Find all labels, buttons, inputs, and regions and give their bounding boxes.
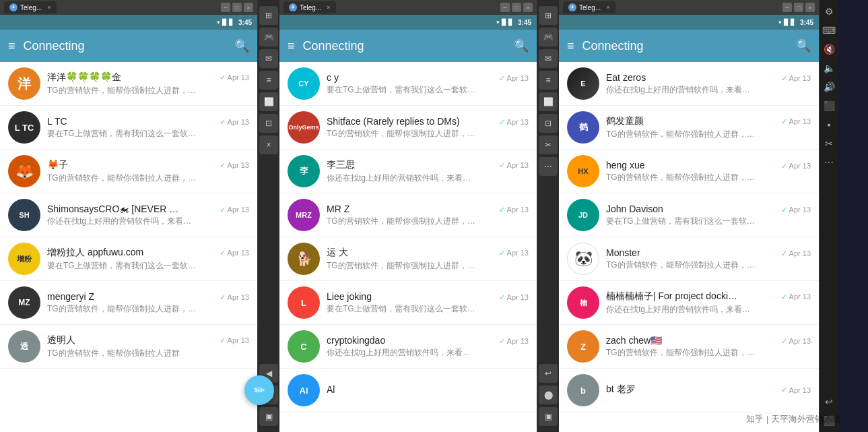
browser-maximize-2[interactable]: □	[512, 3, 521, 12]
chat-content-2-4: MR Z ✓ Apr 13 TG的营销软件，能帮你强制拉人进群，…	[327, 204, 529, 227]
right-btn-box2[interactable]: ▪	[820, 116, 838, 133]
browser-tab-label-1: Teleg...	[20, 4, 42, 11]
chat-item-3-8[interactable]: b bt 老罗 ✓ Apr 13	[559, 369, 819, 412]
toolbar-btn-grid-2[interactable]: ⊞	[539, 6, 558, 25]
tab-close-2[interactable]: ×	[327, 4, 330, 11]
toolbar-btn-dots-2[interactable]: ⋯	[539, 157, 558, 176]
chat-date-3-1: Apr 13	[789, 74, 811, 82]
check-icon-3-1: ✓	[781, 74, 787, 83]
chat-item-1-4[interactable]: SH ShimonsaysCRO🏍 [NEVER D... ✓ Apr 13 你…	[0, 193, 257, 237]
chat-name-1-3: 🦊子	[47, 159, 68, 171]
toolbar-btn-game[interactable]: 🎮	[259, 28, 278, 47]
toolbar-btn-recent-2[interactable]: ▣	[539, 407, 558, 426]
chat-item-1-1[interactable]: 洋 洋洋🍀🍀🍀🍀金 ✓ Apr 13 TG的营销软件，能帮你强制拉人进群，…	[0, 62, 257, 106]
right-btn-scissor[interactable]: ✂	[820, 135, 838, 152]
toolbar-btn-square[interactable]: ⬜	[259, 92, 278, 111]
chat-item-2-1[interactable]: CY c y ✓ Apr 13 要在TG上做营销，需有我们这么一套软…	[279, 62, 537, 106]
check-icon-2-7: ✓	[499, 337, 505, 346]
right-btn-vol-high[interactable]: 🔊	[820, 78, 838, 96]
tg-header-1: ≡ Connecting 🔍	[0, 30, 257, 62]
check-icon-2-1: ✓	[499, 74, 505, 83]
browser-tab-1[interactable]: ✈ Teleg... ×	[4, 1, 57, 13]
chat-list-2: CY c y ✓ Apr 13 要在TG上做营销，需有我们这么一套软…	[279, 62, 537, 432]
menu-icon-3[interactable]: ≡	[567, 39, 574, 53]
toolbar-btn-scissor-2[interactable]: ✂	[539, 135, 558, 154]
check-icon-2-6: ✓	[499, 293, 505, 302]
chat-item-1-6[interactable]: MZ mengeryi Z ✓ Apr 13 TG的营销软件，能帮你强制拉人进群…	[0, 281, 257, 325]
toolbar-btn-mail[interactable]: ✉	[259, 49, 278, 68]
chat-item-2-4[interactable]: MRZ MR Z ✓ Apr 13 TG的营销软件，能帮你强制拉人进群，…	[279, 193, 537, 237]
right-btn-vol-low[interactable]: 🔈	[820, 59, 838, 77]
toolbar-btn-menu-2[interactable]: ≡	[539, 71, 558, 90]
toolbar-btn-grid[interactable]: ⊞	[259, 6, 278, 25]
toolbar-btn-apps-2[interactable]: ⊡	[539, 114, 558, 133]
tab-close-1[interactable]: ×	[47, 4, 51, 11]
chat-date-3-7: Apr 13	[789, 337, 811, 345]
browser-minimize-2[interactable]: ─	[500, 3, 510, 12]
search-icon-2[interactable]: 🔍	[514, 38, 529, 53]
chat-item-2-7[interactable]: C cryptokingdao ✓ Apr 13 你还在找tg上好用的营销软件吗…	[279, 325, 537, 369]
toolbar-btn-recent[interactable]: ▣	[259, 407, 278, 426]
fab-1[interactable]: ✏	[244, 375, 274, 405]
toolbar-btn-square-2[interactable]: ⬜	[539, 92, 558, 111]
chat-date-3-5: Apr 13	[789, 249, 811, 257]
chat-preview-3-6: 你还在找tg上好用的营销软件吗，来看…	[606, 304, 811, 315]
browser-tab-2[interactable]: ✈ Teleg... ×	[283, 1, 336, 13]
right-btn-back[interactable]: ↩	[820, 393, 838, 410]
search-icon-3[interactable]: 🔍	[796, 38, 811, 53]
toolbar-btn-apps[interactable]: ⊡	[259, 114, 278, 133]
chat-item-1-5[interactable]: 增粉 增粉拉人 appfuwu.com ✓ Apr 13 要在TG上做营销，需有…	[0, 237, 257, 281]
chat-content-3-4: John Davison ✓ Apr 13 要在TG上做营销，需有我们这么一套软…	[606, 204, 811, 227]
chat-item-1-2[interactable]: L TC L TC ✓ Apr 13 要在TG上做营销，需有我们这么一套软…	[0, 106, 257, 150]
right-btn-settings[interactable]: ⚙	[820, 3, 838, 20]
chat-item-3-1[interactable]: E Eat zeros ✓ Apr 13 你还在找tg上好用的营销软件吗，来看…	[559, 62, 819, 106]
right-btn-box3[interactable]: ⬛	[820, 412, 838, 429]
check-icon-2-4: ✓	[499, 206, 505, 214]
signal-icon-3: ▉	[784, 19, 789, 26]
chat-item-3-2[interactable]: 鹤 鹤发童颜 ✓ Apr 13 TG的营销软件，能帮你强制拉人进群，…	[559, 106, 819, 150]
toolbar-btn-close[interactable]: ×	[259, 135, 278, 154]
chat-item-2-6[interactable]: L Liee joking ✓ Apr 13 要在TG上做营销，需有我们这么一套…	[279, 281, 537, 325]
right-btn-dots[interactable]: ⋯	[820, 154, 838, 171]
browser-maximize-1[interactable]: □	[232, 3, 242, 12]
chat-content-1-3: 🦊子 ✓ Apr 13 TG的营销软件，能帮你强制拉人进群，…	[47, 159, 249, 184]
chat-meta-1-7: ✓ Apr 13	[220, 336, 249, 345]
chat-content-1-2: L TC ✓ Apr 13 要在TG上做营销，需有我们这么一套软…	[47, 116, 249, 140]
right-btn-mute[interactable]: 🔇	[820, 40, 838, 58]
toolbar-btn-game-2[interactable]: 🎮	[539, 28, 558, 47]
browser-tab-3[interactable]: ✈ Teleg... ×	[563, 1, 615, 13]
chat-item-3-4[interactable]: JD John Davison ✓ Apr 13 要在TG上做营销，需有我们这么…	[559, 193, 819, 237]
chat-item-1-3[interactable]: 🦊 🦊子 ✓ Apr 13 TG的营销软件，能帮你强制拉人进群，…	[0, 150, 257, 193]
chat-item-2-8[interactable]: Al Al	[279, 369, 537, 412]
chat-content-3-6: 楠楠楠楠子| For project dockin... ✓ Apr 13 你还…	[606, 290, 811, 315]
browser-close-1[interactable]: ×	[244, 3, 253, 12]
menu-icon-1[interactable]: ≡	[8, 39, 15, 53]
browser-maximize-3[interactable]: □	[794, 3, 803, 12]
chat-item-2-5[interactable]: 🐕 运 大 ✓ Apr 13 TG的营销软件，能帮你强制拉人进群，…	[279, 237, 537, 281]
browser-close-2[interactable]: ×	[523, 3, 533, 12]
browser-tab-label-2: Teleg...	[300, 4, 321, 11]
chat-content-2-7: cryptokingdao ✓ Apr 13 你还在找tg上好用的营销软件吗，来…	[327, 335, 529, 359]
chat-item-2-2[interactable]: OnlyGems Shitface (Rarely replies to DMs…	[279, 106, 537, 150]
right-btn-box1[interactable]: ⬛	[820, 97, 838, 115]
chat-item-2-3[interactable]: 李 李三思 ✓ Apr 13 你还在找tg上好用的营销软件吗，来看…	[279, 150, 537, 193]
chat-item-3-5[interactable]: 🐼 Monster ✓ Apr 13 TG的营销软件，能帮你强制拉人进群，…	[559, 237, 819, 281]
menu-icon-2[interactable]: ≡	[288, 39, 295, 53]
tab-close-3[interactable]: ×	[606, 4, 609, 11]
chat-item-3-3[interactable]: HX heng xue ✓ Apr 13 TG的营销软件，能帮你强制拉人进群，…	[559, 150, 819, 193]
toolbar-btn-mail-2[interactable]: ✉	[539, 49, 558, 68]
browser-minimize-3[interactable]: ─	[782, 3, 792, 12]
toolbar-btn-back-2[interactable]: ↩	[539, 364, 558, 383]
right-btn-keyboard[interactable]: ⌨	[820, 22, 838, 39]
chat-item-3-6[interactable]: 楠 楠楠楠楠子| For project dockin... ✓ Apr 13 …	[559, 281, 819, 325]
chat-item-1-7[interactable]: 透 透明人 ✓ Apr 13 TG的营销软件，能帮你强制拉人进群	[0, 325, 257, 369]
browser-close-3[interactable]: ×	[805, 3, 815, 12]
right-toolbar: ⚙ ⌨ 🔇 🔈 🔊 ⬛ ▪ ✂ ⋯ ↩ ⬛	[820, 0, 838, 432]
toolbar-btn-home-2[interactable]: ⬤	[539, 385, 558, 404]
search-icon-1[interactable]: 🔍	[234, 38, 249, 53]
avatar-1-7: 透	[8, 330, 40, 363]
toolbar-btn-menu[interactable]: ≡	[259, 71, 278, 90]
chat-item-3-7[interactable]: Z zach chew🇺🇸 ✓ Apr 13 TG的营销软件，能帮你强制拉人进群…	[559, 325, 819, 369]
browser-minimize-1[interactable]: ─	[221, 3, 230, 12]
chat-preview-1-4: 你还在找tg上好用的营销软件吗，来看…	[47, 216, 249, 227]
